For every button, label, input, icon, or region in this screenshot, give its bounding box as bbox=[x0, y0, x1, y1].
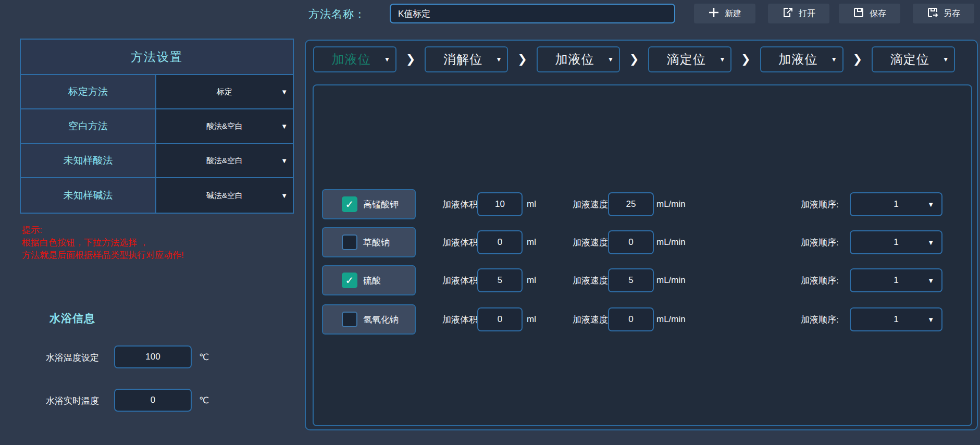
chevron-right-icon: ❯ bbox=[629, 53, 639, 66]
speed-input[interactable] bbox=[608, 307, 654, 331]
hint-line: 根据白色按钮，下拉方法选择 ， bbox=[22, 237, 184, 249]
reagent-toggle-button[interactable]: ✓ 氢氧化钠 bbox=[322, 304, 416, 335]
order-dropdown[interactable]: 1 ▼ bbox=[850, 307, 942, 331]
method-name-label: 方法名称： bbox=[308, 7, 366, 21]
reagent-checkbox[interactable]: ✓ bbox=[342, 234, 357, 250]
chevron-down-icon: ▼ bbox=[927, 316, 934, 324]
chevron-down-icon: ▼ bbox=[831, 56, 837, 63]
flow-step-label: 滴定位 bbox=[667, 51, 706, 68]
reagent-config-panel: ✓ 高锰酸钾 加液体积: ml 加液速度: mL/min 加液顺序: 1 ▼ bbox=[313, 84, 972, 426]
volume-label: 加液体积: bbox=[442, 227, 480, 257]
flow-step-1[interactable]: 加液位 ▼ bbox=[313, 46, 396, 72]
hint-text: 提示: 根据白色按钮，下拉方法选择 ， 方法就是后面根据样品类型执行对应动作! bbox=[22, 224, 184, 262]
reagent-checkbox[interactable]: ✓ bbox=[342, 196, 357, 212]
reagent-row-naoh: ✓ 氢氧化钠 加液体积: ml 加液速度: mL/min 加液顺序: 1 ▼ bbox=[314, 304, 971, 335]
reagent-row-na-oxalate: ✓ 草酸钠 加液体积: ml 加液速度: mL/min 加液顺序: 1 ▼ bbox=[314, 227, 971, 257]
open-icon bbox=[782, 7, 793, 20]
setting-dropdown[interactable]: 酸法&空白 ▼ bbox=[156, 109, 293, 143]
plus-icon bbox=[708, 7, 720, 20]
speed-label: 加液速度: bbox=[573, 304, 611, 335]
order-dropdown[interactable]: 1 ▼ bbox=[850, 192, 942, 216]
speed-label: 加液速度: bbox=[573, 189, 611, 219]
water-bath-title: 水浴信息 bbox=[49, 311, 95, 326]
save-as-button-label: 另存 bbox=[944, 8, 960, 19]
reagent-name: 高锰酸钾 bbox=[363, 199, 399, 211]
method-name-input[interactable] bbox=[390, 4, 675, 23]
order-label: 加液顺序: bbox=[801, 304, 839, 335]
flow-steps-bar: 加液位 ▼ ❯ 消解位 ▼ ❯ 加液位 ▼ ❯ 滴定位 ▼ ❯ 加液位 ▼ bbox=[313, 46, 955, 72]
flow-step-4[interactable]: 滴定位 ▼ bbox=[648, 46, 731, 72]
setting-label: 标定方法 bbox=[21, 75, 156, 108]
setting-dropdown[interactable]: 酸法&空白 ▼ bbox=[156, 144, 293, 177]
volume-input[interactable] bbox=[477, 192, 523, 216]
speed-input[interactable] bbox=[608, 230, 654, 254]
open-button-label: 打开 bbox=[799, 8, 815, 19]
hint-line: 提示: bbox=[22, 224, 184, 237]
volume-label: 加液体积: bbox=[442, 265, 480, 295]
order-dropdown[interactable]: 1 ▼ bbox=[850, 230, 942, 254]
chevron-down-icon: ▼ bbox=[281, 157, 288, 165]
speed-input[interactable] bbox=[608, 192, 654, 216]
flow-step-label: 加液位 bbox=[778, 51, 817, 68]
check-icon: ✓ bbox=[345, 275, 354, 286]
order-value: 1 bbox=[894, 275, 898, 286]
new-button[interactable]: 新建 bbox=[694, 4, 755, 23]
flow-step-5[interactable]: 加液位 ▼ bbox=[760, 46, 843, 72]
order-value: 1 bbox=[894, 199, 898, 209]
volume-input[interactable] bbox=[477, 307, 523, 331]
save-button[interactable]: 保存 bbox=[839, 4, 900, 23]
chevron-down-icon: ▼ bbox=[607, 56, 614, 63]
flow-step-label: 加液位 bbox=[555, 51, 594, 68]
chevron-down-icon: ▼ bbox=[281, 192, 288, 200]
chevron-down-icon: ▼ bbox=[496, 56, 502, 63]
order-label: 加液顺序: bbox=[801, 227, 839, 257]
flow-step-label: 加液位 bbox=[332, 51, 371, 68]
bath-temp-actual-unit: ℃ bbox=[199, 395, 209, 406]
reagent-row-h2so4: ✓ 硫酸 加液体积: ml 加液速度: mL/min 加液顺序: 1 ▼ bbox=[314, 265, 971, 295]
order-value: 1 bbox=[894, 314, 898, 325]
bath-temp-set-input[interactable] bbox=[114, 345, 192, 368]
save-button-label: 保存 bbox=[870, 8, 886, 19]
flow-step-label: 消解位 bbox=[443, 51, 482, 68]
bath-temp-actual-input[interactable] bbox=[114, 389, 192, 412]
reagent-checkbox[interactable]: ✓ bbox=[342, 273, 357, 288]
volume-input[interactable] bbox=[477, 268, 523, 292]
flow-step-6[interactable]: 滴定位 ▼ bbox=[872, 46, 955, 72]
new-button-label: 新建 bbox=[725, 8, 741, 19]
chevron-right-icon: ❯ bbox=[517, 53, 527, 66]
table-row: 未知样碱法 碱法&空白 ▼ bbox=[21, 178, 293, 213]
chevron-right-icon: ❯ bbox=[853, 53, 862, 66]
bath-temp-actual-label: 水浴实时温度 bbox=[46, 395, 99, 407]
chevron-down-icon: ▼ bbox=[281, 88, 288, 96]
chevron-down-icon: ▼ bbox=[719, 56, 725, 63]
reagent-checkbox[interactable]: ✓ bbox=[342, 312, 357, 327]
method-settings-table: 方法设置 标定方法 标定 ▼ 空白方法 酸法&空白 ▼ 未知样酸法 酸法&空白 … bbox=[20, 39, 294, 214]
reagent-row-kmno4: ✓ 高锰酸钾 加液体积: ml 加液速度: mL/min 加液顺序: 1 ▼ bbox=[314, 189, 971, 219]
volume-input[interactable] bbox=[477, 230, 523, 254]
volume-unit: ml bbox=[527, 227, 536, 257]
save-icon bbox=[853, 7, 864, 20]
save-as-icon bbox=[927, 7, 938, 20]
flow-step-3[interactable]: 加液位 ▼ bbox=[537, 46, 620, 72]
flow-step-2[interactable]: 消解位 ▼ bbox=[425, 46, 508, 72]
chevron-right-icon: ❯ bbox=[406, 53, 415, 66]
reagent-toggle-button[interactable]: ✓ 硫酸 bbox=[322, 265, 416, 295]
setting-value: 酸法&空白 bbox=[206, 156, 243, 166]
chevron-down-icon: ▼ bbox=[942, 56, 949, 63]
check-icon: ✓ bbox=[345, 199, 354, 209]
reagent-toggle-button[interactable]: ✓ 高锰酸钾 bbox=[322, 189, 416, 219]
speed-input[interactable] bbox=[608, 268, 654, 292]
order-dropdown[interactable]: 1 ▼ bbox=[850, 268, 942, 292]
speed-label: 加液速度: bbox=[573, 227, 611, 257]
speed-label: 加液速度: bbox=[573, 265, 611, 295]
setting-dropdown[interactable]: 标定 ▼ bbox=[156, 75, 293, 108]
speed-unit: mL/min bbox=[656, 189, 686, 219]
open-button[interactable]: 打开 bbox=[768, 4, 829, 23]
flow-step-label: 滴定位 bbox=[890, 51, 929, 68]
reagent-name: 硫酸 bbox=[363, 275, 381, 287]
setting-dropdown[interactable]: 碱法&空白 ▼ bbox=[156, 178, 293, 213]
setting-value: 酸法&空白 bbox=[206, 121, 243, 131]
reagent-toggle-button[interactable]: ✓ 草酸钠 bbox=[322, 227, 416, 257]
speed-unit: mL/min bbox=[656, 265, 686, 295]
save-as-button[interactable]: 另存 bbox=[913, 4, 974, 23]
